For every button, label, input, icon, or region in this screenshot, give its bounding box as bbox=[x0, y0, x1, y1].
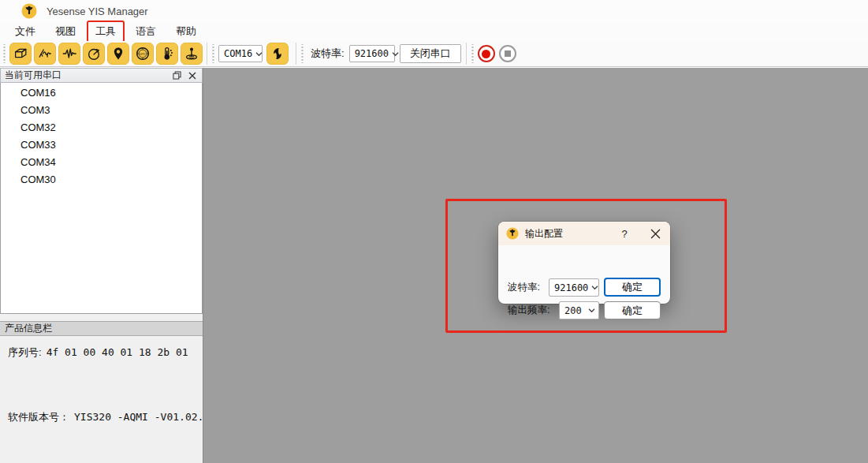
baud-rate-value: 921600 bbox=[355, 48, 389, 59]
svg-text:UTC: UTC bbox=[140, 52, 146, 56]
pulse-waveform-icon bbox=[61, 46, 77, 62]
dialog-freq-select[interactable]: 200 bbox=[559, 301, 599, 319]
close-panel-button[interactable] bbox=[187, 70, 198, 81]
dialog-baud-select[interactable]: 921600 bbox=[549, 278, 599, 297]
gauge-button[interactable] bbox=[83, 43, 105, 65]
port-list-item[interactable]: COM34 bbox=[1, 155, 202, 170]
dialog-freq-ok-button[interactable]: 确定 bbox=[604, 301, 661, 319]
toolbar-separator bbox=[466, 43, 467, 65]
info-panel-header: 产品信息栏 bbox=[0, 321, 203, 336]
float-panel-button[interactable] bbox=[171, 70, 182, 81]
record-button[interactable] bbox=[478, 45, 495, 62]
toolbar-drag-handle[interactable] bbox=[300, 44, 304, 63]
yesense-logo-icon bbox=[506, 227, 519, 240]
temperature-button[interactable] bbox=[156, 43, 178, 65]
chevron-down-icon bbox=[591, 285, 598, 290]
gauge-icon bbox=[86, 46, 102, 62]
toolbar-drag-handle[interactable] bbox=[211, 44, 215, 63]
baud-rate-label: 波特率: bbox=[311, 47, 345, 61]
port-select-value: COM16 bbox=[224, 48, 252, 59]
menu-view[interactable]: 视图 bbox=[47, 21, 84, 43]
serial-number-label: 序列号: bbox=[8, 346, 42, 358]
location-button[interactable] bbox=[107, 43, 129, 65]
window-titlebar: Yesense YIS Manager bbox=[0, 0, 868, 22]
left-dock-panel: 当前可用串口 COM16 COM3 COM32 COM33 COM34 COM3… bbox=[0, 68, 203, 463]
menu-language[interactable]: 语言 bbox=[127, 21, 165, 43]
refresh-ports-button[interactable] bbox=[266, 43, 289, 65]
port-list-item[interactable]: COM30 bbox=[1, 172, 202, 187]
port-list-item[interactable]: COM33 bbox=[1, 137, 202, 152]
dialog-baud-label: 波特率: bbox=[508, 278, 540, 297]
info-panel-body: 序列号:4f 01 00 40 01 18 2b 01 软件版本号：YIS320… bbox=[0, 336, 203, 462]
port-list-item[interactable]: COM3 bbox=[1, 103, 202, 118]
dialog-baud-value: 921600 bbox=[554, 282, 588, 293]
close-icon bbox=[188, 72, 196, 80]
record-icon bbox=[482, 50, 490, 58]
chevron-down-icon bbox=[255, 51, 263, 57]
serial-number-value: 4f 01 00 40 01 18 2b 01 bbox=[47, 346, 188, 358]
toolbar-separator bbox=[296, 43, 296, 65]
dialog-body: 波特率: 921600 确定 输出频率: 200 确定 bbox=[498, 245, 670, 304]
toolbar-separator bbox=[207, 43, 207, 65]
software-version-value: YIS320 -AQMI -V01.02.03; bbox=[74, 411, 222, 423]
dialog-baud-ok-button[interactable]: 确定 bbox=[604, 278, 661, 297]
dialog-help-button[interactable]: ? bbox=[617, 228, 631, 240]
menu-bar: 文件 视图 工具 语言 帮助 bbox=[0, 22, 868, 41]
available-ports-list: COM16 COM3 COM32 COM33 COM34 COM30 bbox=[0, 83, 203, 314]
dialog-title: 输出配置 bbox=[525, 227, 617, 241]
port-select[interactable]: COM16 bbox=[218, 45, 263, 62]
magnetometer-button[interactable] bbox=[181, 43, 203, 65]
attitude-wave-button[interactable] bbox=[34, 43, 56, 65]
info-panel-title: 产品信息栏 bbox=[5, 322, 52, 335]
menu-tools[interactable]: 工具 bbox=[87, 21, 125, 43]
utc-time-button[interactable]: UTC bbox=[132, 43, 154, 65]
chevron-down-icon bbox=[392, 51, 399, 57]
chevron-down-icon bbox=[588, 308, 595, 313]
refresh-icon bbox=[270, 46, 285, 62]
sensor-wave-button[interactable] bbox=[58, 43, 80, 65]
dialog-titlebar[interactable]: 输出配置 ? bbox=[498, 222, 670, 245]
close-serial-port-button[interactable]: 关闭串口 bbox=[400, 44, 461, 63]
software-version-label: 软件版本号： bbox=[8, 411, 69, 423]
menu-help[interactable]: 帮助 bbox=[167, 21, 205, 43]
output-config-dialog: 输出配置 ? 波特率: 921600 确定 输出频率: 200 确定 bbox=[498, 222, 670, 304]
dialog-freq-label: 输出频率: bbox=[508, 301, 549, 319]
stop-icon bbox=[505, 50, 511, 57]
magnetometer-pin-icon bbox=[184, 46, 199, 62]
yesense-logo-icon bbox=[21, 3, 37, 19]
software-version-row: 软件版本号：YIS320 -AQMI -V01.02.03; bbox=[8, 410, 222, 424]
utc-clock-icon: UTC bbox=[135, 46, 151, 62]
baud-rate-select[interactable]: 921600 bbox=[349, 45, 395, 62]
serial-number-row: 序列号:4f 01 00 40 01 18 2b 01 bbox=[8, 345, 188, 360]
toolbar-drag-handle[interactable] bbox=[471, 44, 475, 63]
toolbar-drag-handle[interactable] bbox=[2, 44, 6, 63]
stop-button[interactable] bbox=[499, 45, 516, 62]
menu-file[interactable]: 文件 bbox=[6, 21, 44, 43]
thermometer-icon bbox=[159, 46, 175, 62]
location-pin-icon bbox=[110, 46, 126, 62]
panel-splitter[interactable] bbox=[0, 314, 203, 321]
dialog-close-button[interactable] bbox=[649, 227, 661, 240]
window-title: Yesense YIS Manager bbox=[47, 6, 148, 17]
close-icon bbox=[650, 229, 661, 239]
float-window-icon bbox=[173, 71, 181, 80]
cube-3d-icon bbox=[13, 46, 28, 62]
angle-waveform-icon bbox=[37, 46, 53, 62]
ports-panel-header: 当前可用串口 bbox=[0, 68, 203, 83]
port-list-item[interactable]: COM16 bbox=[1, 85, 202, 100]
dialog-freq-value: 200 bbox=[564, 305, 585, 316]
port-list-item[interactable]: COM32 bbox=[1, 120, 202, 135]
ports-panel-title: 当前可用串口 bbox=[5, 69, 166, 82]
main-toolbar: UTC COM16 波特率: 92160 bbox=[0, 41, 868, 67]
view-3d-button[interactable] bbox=[9, 43, 32, 65]
